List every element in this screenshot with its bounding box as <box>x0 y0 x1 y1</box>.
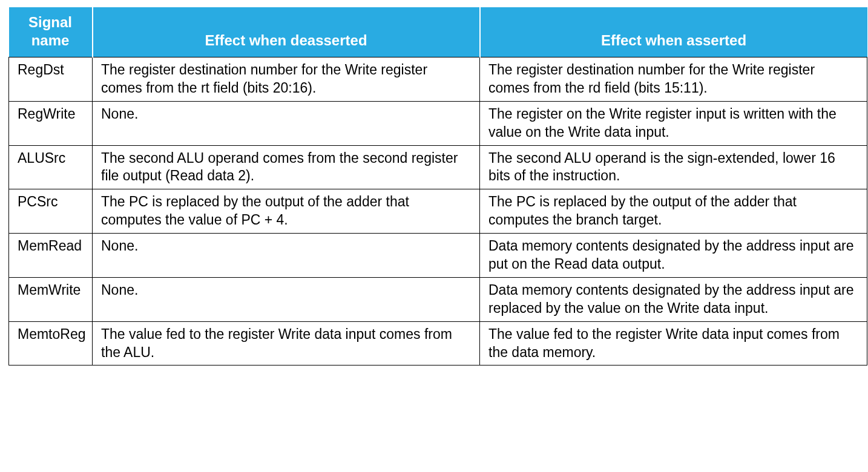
table-header-row: Signalname Effect when deasserted Effect… <box>9 7 867 57</box>
table-row: RegDst The register destination number f… <box>9 57 867 102</box>
header-signal-name: Signalname <box>9 7 93 57</box>
signal-name-cell: MemWrite <box>9 277 93 321</box>
effect-deasserted-cell: None. <box>93 234 480 278</box>
table-row: MemWrite None. Data memory contents desi… <box>9 277 867 321</box>
effect-deasserted-cell: The register destination number for the … <box>93 57 480 102</box>
table-row: RegWrite None. The register on the Write… <box>9 101 867 145</box>
table-body: RegDst The register destination number f… <box>9 57 867 365</box>
control-signals-table: Signalname Effect when deasserted Effect… <box>8 7 867 365</box>
signal-name-cell: MemRead <box>9 234 93 278</box>
effect-asserted-cell: Data memory contents designated by the a… <box>480 234 867 278</box>
table-row: MemtoReg The value fed to the register W… <box>9 321 867 365</box>
signal-name-cell: RegDst <box>9 57 93 102</box>
table-row: MemRead None. Data memory contents desig… <box>9 234 867 278</box>
header-effect-asserted: Effect when asserted <box>480 7 867 57</box>
effect-asserted-cell: The register destination number for the … <box>480 57 867 102</box>
effect-deasserted-cell: None. <box>93 101 480 145</box>
page-container: Signalname Effect when deasserted Effect… <box>0 0 868 373</box>
effect-asserted-cell: Data memory contents designated by the a… <box>480 277 867 321</box>
signal-name-cell: RegWrite <box>9 101 93 145</box>
signal-name-cell: PCSrc <box>9 189 93 234</box>
effect-asserted-cell: The second ALU operand is the sign-exten… <box>480 145 867 189</box>
signal-name-cell: ALUSrc <box>9 145 93 189</box>
signal-name-cell: MemtoReg <box>9 321 93 365</box>
effect-asserted-cell: The register on the Write register input… <box>480 101 867 145</box>
effect-deasserted-cell: The PC is replaced by the output of the … <box>93 189 480 234</box>
effect-deasserted-cell: None. <box>93 277 480 321</box>
effect-deasserted-cell: The value fed to the register Write data… <box>93 321 480 365</box>
effect-asserted-cell: The value fed to the register Write data… <box>480 321 867 365</box>
effect-deasserted-cell: The second ALU operand comes from the se… <box>93 145 480 189</box>
effect-asserted-cell: The PC is replaced by the output of the … <box>480 189 867 234</box>
table-row: PCSrc The PC is replaced by the output o… <box>9 189 867 234</box>
table-header: Signalname Effect when deasserted Effect… <box>9 7 867 57</box>
header-effect-deasserted: Effect when deasserted <box>93 7 480 57</box>
table-row: ALUSrc The second ALU operand comes from… <box>9 145 867 189</box>
